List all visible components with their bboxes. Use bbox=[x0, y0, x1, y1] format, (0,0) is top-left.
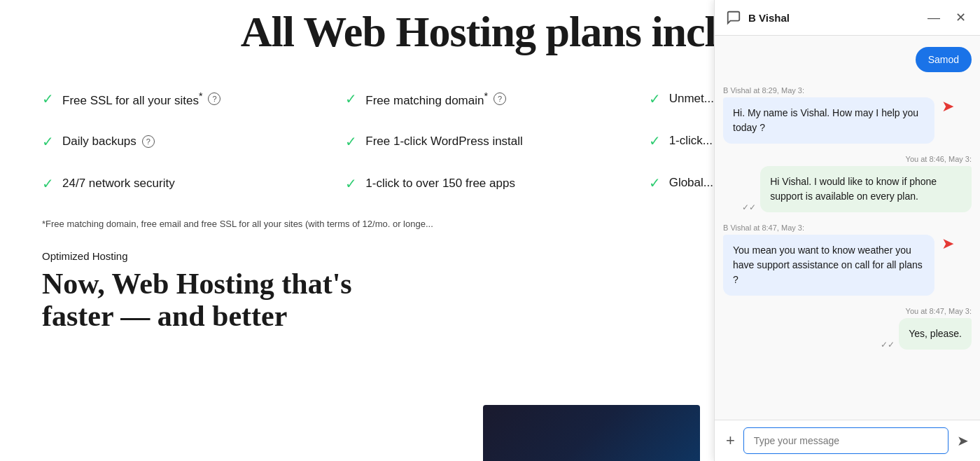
feature-ssl-text: Free SSL for all your sites* bbox=[62, 90, 202, 108]
feature-ssl: ✓ Free SSL for all your sites* ? bbox=[42, 78, 331, 121]
check-icon-6: ✓ bbox=[345, 175, 357, 192]
chat-messages[interactable]: Samod B Vishal at 8:29, May 3: Hi. My na… bbox=[715, 36, 980, 420]
minimize-button[interactable]: — bbox=[925, 10, 943, 25]
user-bubble-1: Hi Vishal. I would like to know if phone… bbox=[760, 166, 972, 212]
chat-header-left: B Vishal bbox=[726, 10, 790, 25]
feature-wordpress-text: Free 1-click WordPress install bbox=[365, 135, 523, 149]
chat-header: B Vishal — ✕ bbox=[715, 0, 980, 36]
chat-widget: B Vishal — ✕ Samod B Vishal at 8:29, May… bbox=[714, 0, 980, 461]
red-arrow-agent-1: ➤ bbox=[941, 97, 954, 116]
check-icon-9: ✓ bbox=[649, 174, 661, 191]
agent-bubble-1: Hi. My name is Vishal. How may I help yo… bbox=[723, 97, 934, 144]
close-button[interactable]: ✕ bbox=[953, 10, 969, 25]
message-group-samod: Samod bbox=[723, 47, 972, 75]
ssl-help-icon[interactable]: ? bbox=[208, 92, 220, 105]
features-col-2: ✓ Free matching domain* ? ✓ Free 1-click… bbox=[345, 78, 634, 205]
backups-help-icon[interactable]: ? bbox=[142, 135, 155, 148]
message-input[interactable] bbox=[743, 427, 948, 454]
feature-domain-text: Free matching domain* bbox=[365, 90, 488, 108]
feature-apps-text: 1-click to over 150 free apps bbox=[365, 177, 515, 191]
feature-wordpress: ✓ Free 1-click WordPress install bbox=[345, 121, 634, 163]
check-icon-3: ✓ bbox=[42, 175, 54, 192]
domain-help-icon[interactable]: ? bbox=[493, 92, 506, 105]
feature-backups-text: Daily backups bbox=[62, 135, 136, 149]
check-icon-7: ✓ bbox=[649, 90, 661, 107]
user-meta-1: You at 8:46, May 3: bbox=[723, 155, 972, 163]
feature-unmet-text: Unmet... bbox=[669, 92, 714, 106]
samod-greeting-bubble: Samod bbox=[916, 47, 972, 72]
feature-apps: ✓ 1-click to over 150 free apps bbox=[345, 163, 634, 205]
chat-bubble-icon bbox=[726, 10, 741, 25]
hosting-image bbox=[483, 405, 700, 461]
feature-security-text: 24/7 network security bbox=[62, 177, 175, 191]
user-bubble-2: Yes, please. bbox=[899, 318, 972, 350]
message-group-agent-2: B Vishal at 8:47, May 3: You mean you wa… bbox=[723, 223, 972, 296]
agent-bubble-2: You mean you want to know weather you ha… bbox=[723, 235, 934, 296]
feature-global-text: Global... bbox=[669, 176, 713, 190]
agent-meta-1: B Vishal at 8:29, May 3: bbox=[723, 86, 972, 95]
message-group-user-2: You at 8:47, May 3: ✓✓ Yes, please. bbox=[723, 307, 972, 350]
check-icon-5: ✓ bbox=[345, 133, 357, 150]
user-bubble-row-1: ✓✓ Hi Vishal. I would like to know if ph… bbox=[723, 166, 972, 212]
message-group-agent-1: B Vishal at 8:29, May 3: Hi. My name is … bbox=[723, 86, 972, 144]
agent-meta-2: B Vishal at 8:47, May 3: bbox=[723, 223, 972, 232]
user-bubble-row-2: ✓✓ Yes, please. bbox=[723, 318, 972, 350]
agent-bubble-row-2: You mean you want to know weather you ha… bbox=[723, 235, 972, 296]
chat-header-actions: — ✕ bbox=[925, 10, 969, 25]
check-icon-8: ✓ bbox=[649, 132, 661, 149]
check-icon-2: ✓ bbox=[42, 133, 54, 150]
message-group-user-1: You at 8:46, May 3: ✓✓ Hi Vishal. I woul… bbox=[723, 155, 972, 212]
check-icon: ✓ bbox=[42, 90, 54, 107]
add-attachment-button[interactable]: + bbox=[723, 429, 738, 453]
feature-domain: ✓ Free matching domain* ? bbox=[345, 78, 634, 121]
chat-input-area: + ➤ bbox=[715, 420, 980, 461]
check-icon-4: ✓ bbox=[345, 90, 357, 107]
feature-oneclick-text: 1-click... bbox=[669, 134, 713, 148]
read-ticks-1: ✓✓ bbox=[742, 202, 756, 212]
features-col-1: ✓ Free SSL for all your sites* ? ✓ Daily… bbox=[42, 78, 331, 205]
chat-agent-name: B Vishal bbox=[748, 12, 790, 24]
feature-security: ✓ 24/7 network security bbox=[42, 163, 331, 205]
red-arrow-agent-2: ➤ bbox=[941, 235, 954, 253]
read-ticks-2: ✓✓ bbox=[881, 340, 895, 350]
user-meta-2: You at 8:47, May 3: bbox=[723, 307, 972, 315]
agent-bubble-row-1: Hi. My name is Vishal. How may I help yo… bbox=[723, 97, 972, 144]
feature-backups: ✓ Daily backups ? bbox=[42, 121, 331, 163]
send-button[interactable]: ➤ bbox=[954, 429, 972, 452]
